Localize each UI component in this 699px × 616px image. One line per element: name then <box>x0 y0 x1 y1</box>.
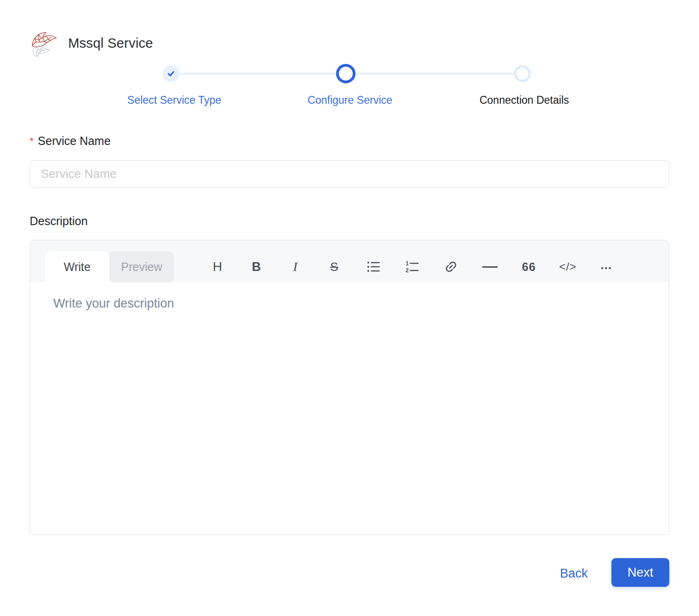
description-label-text: Description <box>30 214 88 228</box>
service-name-label: * Service Name <box>30 134 111 149</box>
service-name-input[interactable] <box>30 160 669 188</box>
italic-icon[interactable]: I <box>287 256 304 278</box>
heading-icon[interactable]: H <box>209 256 226 278</box>
more-options-icon[interactable]: ••• <box>598 256 615 278</box>
step-connection-details-indicator[interactable] <box>514 65 531 82</box>
stepper-connector-2 <box>356 73 514 75</box>
step-configure-service-indicator[interactable] <box>336 64 356 83</box>
step-label-configure-service[interactable]: Configure Service <box>308 94 393 107</box>
description-textarea[interactable] <box>30 282 669 535</box>
bold-icon[interactable]: B <box>248 256 265 278</box>
ordered-list-icon[interactable]: 1 2 <box>404 256 420 278</box>
tab-preview[interactable]: Preview <box>109 251 174 283</box>
page-title: Mssql Service <box>68 36 153 51</box>
code-icon[interactable]: </> <box>559 256 576 278</box>
strikethrough-icon[interactable]: S <box>326 256 343 278</box>
wizard-header: Mssql Service <box>29 29 153 57</box>
description-label: Description <box>30 214 88 228</box>
next-button[interactable]: Next <box>611 558 669 587</box>
step-label-select-service-type[interactable]: Select Service Type <box>127 94 222 107</box>
link-icon[interactable] <box>443 256 459 278</box>
quote-icon[interactable]: 66 <box>521 256 537 278</box>
formatting-toolbar: H B I S 1 2 <box>209 251 615 282</box>
mssql-server-logo-icon <box>29 29 59 57</box>
step-label-connection-details[interactable]: Connection Details <box>479 94 569 107</box>
service-name-label-text: Service Name <box>38 134 111 148</box>
step-select-service-type-indicator[interactable] <box>163 65 179 82</box>
mssql-service-wizard: Mssql Service Select Service Type Config… <box>0 0 699 616</box>
back-button[interactable]: Back <box>554 564 593 583</box>
editor-body <box>30 282 669 535</box>
tab-write[interactable]: Write <box>45 251 109 283</box>
svg-text:1: 1 <box>406 260 409 267</box>
editor-toolbar-bar: Write Preview H B I S 1 <box>30 240 669 282</box>
horizontal-rule-icon[interactable] <box>482 256 498 278</box>
required-asterisk: * <box>30 134 34 149</box>
unordered-list-icon[interactable] <box>365 256 381 278</box>
stepper-connector-1 <box>179 73 336 75</box>
check-icon <box>166 69 176 78</box>
svg-text:2: 2 <box>406 267 409 274</box>
description-editor: Write Preview H B I S 1 <box>30 240 669 535</box>
